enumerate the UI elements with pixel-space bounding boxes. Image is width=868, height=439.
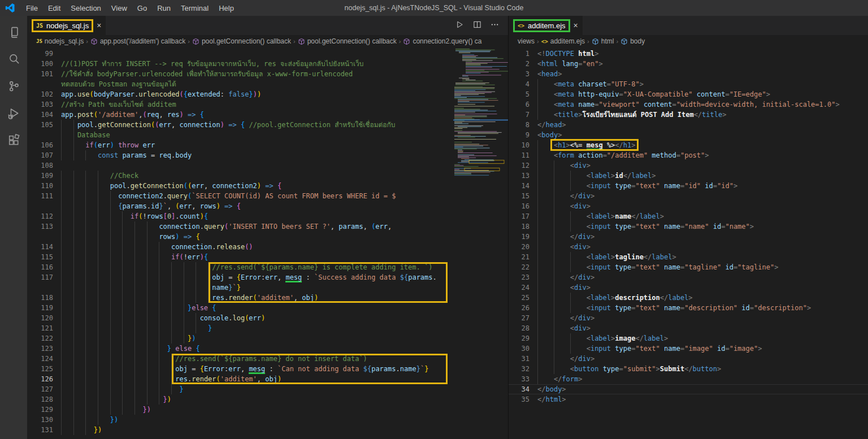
- code-line: 22<input type="text" name="tagline" id="…: [509, 262, 868, 272]
- line-number: 2: [509, 59, 537, 69]
- line-number: [27, 232, 61, 242]
- menu-terminal[interactable]: Terminal: [176, 4, 214, 12]
- run-and-debug-icon[interactable]: [0, 99, 27, 127]
- ejs-file-icon: <>: [518, 23, 524, 29]
- breadcrumb-separator: ›: [587, 38, 589, 45]
- menu-edit[interactable]: Edit: [43, 4, 66, 12]
- tab-additem-ejs[interactable]: <> additem.ejs ×: [509, 16, 583, 35]
- menu-go[interactable]: Go: [132, 4, 152, 12]
- green-highlight-tab-box: <> additem.ejs: [513, 19, 570, 32]
- code-line: 2<html lang="en">: [509, 59, 868, 69]
- line-number: 17: [509, 211, 537, 221]
- breadcrumb-item[interactable]: <>additem.ejs: [541, 37, 585, 45]
- line-number: 129: [27, 405, 61, 415]
- code-line: 10<h1><%= mesg %></h1>: [509, 140, 868, 150]
- code-line: 15</div>: [509, 191, 868, 201]
- yellow-highlight-tab-box: JS nodejs_sql.js: [32, 19, 93, 32]
- menu-bar: FileEditSelectionViewGoRunTerminalHelp: [21, 4, 239, 12]
- code-line: 128}): [27, 394, 453, 405]
- line-number: 116: [27, 262, 61, 272]
- line-number: 111: [27, 191, 61, 201]
- breadcrumb-item[interactable]: pool.getConnection() callback: [298, 37, 397, 45]
- code-line: 1<!DOCTYPE html>: [509, 49, 868, 59]
- line-number: 21: [509, 252, 537, 262]
- more-icon[interactable]: [491, 20, 499, 31]
- tab-bar-right: <> additem.ejs ×: [509, 16, 868, 35]
- menu-help[interactable]: Help: [214, 4, 239, 12]
- menu-selection[interactable]: Selection: [66, 4, 106, 12]
- line-number: 13: [509, 171, 537, 181]
- breadcrumb-item[interactable]: app.post('/additem') callback: [90, 37, 185, 45]
- search-icon[interactable]: [0, 45, 27, 72]
- code-line: 33</form>: [509, 374, 868, 384]
- line-number: 112: [27, 211, 61, 221]
- line-number: 119: [27, 303, 61, 313]
- line-number: 10: [509, 140, 537, 150]
- code-line: 122}): [27, 333, 453, 344]
- run-icon[interactable]: [455, 20, 464, 31]
- code-line: 8</head>: [509, 120, 868, 130]
- code-line: 120console.log(err): [27, 313, 453, 323]
- code-line: 32<button type="submit">Submit</button>: [509, 364, 868, 374]
- code-line: 130}): [27, 415, 453, 425]
- menu-view[interactable]: View: [106, 4, 132, 12]
- code-line: 12<div>: [509, 160, 868, 171]
- breadcrumb-item[interactable]: html: [592, 37, 614, 45]
- code-line: 16<div>: [509, 201, 868, 211]
- breadcrumb-item[interactable]: views: [518, 37, 535, 45]
- tab-nodejs-sql-js[interactable]: JS nodejs_sql.js ×: [27, 16, 106, 35]
- code-line: 28<div>: [509, 323, 868, 333]
- menu-file[interactable]: File: [21, 4, 43, 12]
- tab-label: additem.ejs: [528, 21, 565, 30]
- close-tab-icon[interactable]: ×: [574, 21, 578, 30]
- code-line: 99: [27, 49, 453, 59]
- code-line: 111connection2.query(`SELECT COUNT(id) A…: [27, 191, 453, 201]
- line-number: 25: [509, 293, 537, 303]
- code-line: 31</div>: [509, 354, 868, 364]
- minimap[interactable]: [453, 49, 508, 439]
- line-number: 123: [27, 344, 61, 354]
- code-line: 112if(!rows[0].count){: [27, 211, 453, 221]
- line-number: 115: [27, 252, 61, 262]
- activity-bar: [0, 16, 27, 439]
- line-number: 5: [509, 89, 537, 99]
- line-number: 102: [27, 89, 61, 99]
- menu-run[interactable]: Run: [152, 4, 176, 12]
- code-line: 117obj = {Error:err, mesg : `Success add…: [27, 272, 453, 282]
- line-number: 105: [27, 120, 61, 130]
- code-line: 129}): [27, 405, 453, 415]
- breadcrumb-separator: ›: [188, 38, 190, 45]
- line-number: [27, 201, 61, 211]
- line-number: 1: [509, 49, 537, 59]
- line-number: 108: [27, 160, 61, 171]
- split-icon[interactable]: [473, 20, 481, 31]
- line-number: 31: [509, 354, 537, 364]
- source-control-icon[interactable]: [0, 72, 27, 99]
- extensions-icon[interactable]: [0, 127, 27, 154]
- line-number: 8: [509, 120, 537, 130]
- line-number: 26: [509, 303, 537, 313]
- tab-bar-left: JS nodejs_sql.js ×: [27, 16, 508, 35]
- close-tab-icon[interactable]: ×: [97, 21, 101, 30]
- breadcrumb-separator: ›: [293, 38, 296, 45]
- breadcrumb-item[interactable]: JSnodejs_sql.js: [36, 37, 84, 45]
- code-line: name}`}: [27, 282, 453, 293]
- code-line: 5<meta http-equiv="X-UA-Compatible" cont…: [509, 89, 868, 99]
- line-number: 113: [27, 221, 61, 232]
- line-number: 18: [509, 221, 537, 232]
- breadcrumb-item[interactable]: connection2.query() ca: [403, 37, 481, 45]
- breadcrumb-item[interactable]: body: [620, 37, 645, 45]
- line-number: [27, 282, 61, 293]
- code-area[interactable]: 1<!DOCTYPE html>2<html lang="en">3<head>…: [509, 49, 868, 439]
- code-line: 104app.post('/additem',(req, res) => {: [27, 110, 453, 120]
- line-number: 106: [27, 140, 61, 150]
- explorer-icon[interactable]: [0, 18, 27, 45]
- breadcrumb-separator: ›: [537, 38, 539, 45]
- code-line: Database: [27, 130, 453, 140]
- code-area[interactable]: 99100//(1)POST ทำการ INSERT --> req รับข…: [27, 49, 453, 439]
- line-number: 128: [27, 394, 61, 405]
- code-line: 123} else {: [27, 344, 453, 354]
- code-line: 18<input type="text" name="name" id="nam…: [509, 221, 868, 232]
- breadcrumb-item[interactable]: pool.getConnection() callback: [192, 37, 291, 45]
- line-number: [27, 130, 61, 140]
